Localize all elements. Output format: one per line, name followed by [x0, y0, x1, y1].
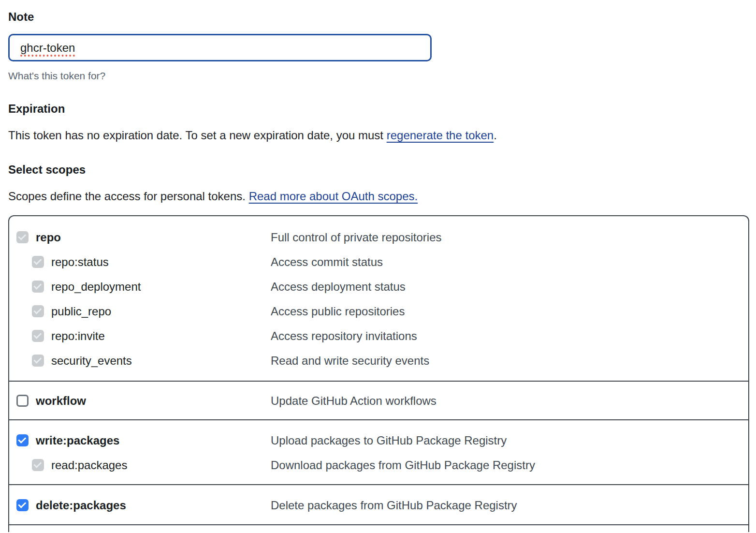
write:packages-checkbox[interactable]	[16, 434, 29, 446]
scope-label-read:packages: read:packages	[51, 459, 127, 472]
scope-group: repoFull control of private repositories…	[9, 216, 748, 381]
scope-description: Delete packages from GitHub Package Regi…	[271, 499, 517, 512]
scope-group	[9, 524, 748, 532]
public_repo-checkbox	[32, 305, 44, 317]
security_events-checkbox	[32, 355, 44, 367]
expiration-text-before: This token has no expiration date. To se…	[8, 129, 387, 142]
scope-description: Access commit status	[271, 255, 383, 269]
expiration-text: This token has no expiration date. To se…	[8, 129, 756, 142]
scope-label-delete:packages: delete:packages	[36, 499, 126, 512]
scope-description: Update GitHub Action workflows	[271, 394, 436, 408]
scope-label-repo: repo	[36, 231, 61, 244]
scope-description: Upload packages to GitHub Package Regist…	[271, 434, 507, 447]
scope-description: Access deployment status	[271, 280, 406, 294]
scope-group: workflowUpdate GitHub Action workflows	[9, 381, 748, 419]
expiration-text-after: .	[494, 129, 497, 142]
expiration-heading: Expiration	[8, 102, 756, 116]
scope-label-security_events: security_events	[51, 354, 132, 368]
scope-label-public_repo: public_repo	[51, 305, 111, 318]
scope-description: Download packages from GitHub Package Re…	[271, 459, 535, 472]
scope-row-public_repo: public_repoAccess public repositories	[9, 299, 748, 324]
scope-description: Full control of private repositories	[271, 231, 441, 244]
scope-label-repo:invite: repo:invite	[51, 329, 105, 343]
scope-group: delete:packagesDelete packages from GitH…	[9, 484, 748, 524]
scopes-table: repoFull control of private repositories…	[8, 215, 749, 532]
scope-label-repo:status: repo:status	[51, 255, 109, 269]
repo_deployment-checkbox	[32, 281, 44, 293]
repo-checkbox	[16, 231, 29, 243]
scope-row-read:packages: read:packagesDownload packages from GitH…	[9, 453, 748, 477]
scope-row-repo_deployment: repo_deploymentAccess deployment status	[9, 274, 748, 299]
read:packages-checkbox	[32, 459, 44, 471]
scope-label-workflow: workflow	[36, 394, 86, 408]
scope-row-delete:packages: delete:packagesDelete packages from GitH…	[9, 493, 748, 518]
note-label: Note	[8, 10, 756, 24]
scope-row-repo:status: repo:statusAccess commit status	[9, 250, 748, 274]
scope-description: Access public repositories	[271, 305, 405, 318]
scopes-description: Scopes define the access for personal to…	[8, 190, 756, 203]
note-input[interactable]: ghcr-token	[8, 34, 432, 61]
scope-row-repo:invite: repo:inviteAccess repository invitations	[9, 324, 748, 348]
scope-label-repo_deployment: repo_deployment	[51, 280, 141, 294]
oauth-scopes-link[interactable]: Read more about OAuth scopes.	[249, 190, 418, 203]
delete:packages-checkbox[interactable]	[16, 499, 29, 511]
scope-row-workflow: workflowUpdate GitHub Action workflows	[9, 388, 748, 413]
scope-label-write:packages: write:packages	[36, 434, 119, 447]
scope-row-security_events: security_eventsRead and write security e…	[9, 348, 748, 373]
scope-description: Access repository invitations	[271, 329, 417, 343]
repo:status-checkbox	[32, 256, 44, 268]
note-input-value: ghcr-token	[20, 41, 75, 55]
repo:invite-checkbox	[32, 330, 44, 342]
note-caption: What's this token for?	[8, 70, 756, 82]
workflow-checkbox[interactable]	[16, 395, 29, 407]
scope-row-repo: repoFull control of private repositories	[9, 225, 748, 250]
regenerate-token-link[interactable]: regenerate the token	[387, 129, 494, 142]
scope-description: Read and write security events	[271, 354, 429, 368]
scope-row-write:packages: write:packagesUpload packages to GitHub …	[9, 428, 748, 453]
scopes-text-before: Scopes define the access for personal to…	[8, 190, 249, 203]
scope-group: write:packagesUpload packages to GitHub …	[9, 419, 748, 484]
select-scopes-heading: Select scopes	[8, 163, 756, 177]
